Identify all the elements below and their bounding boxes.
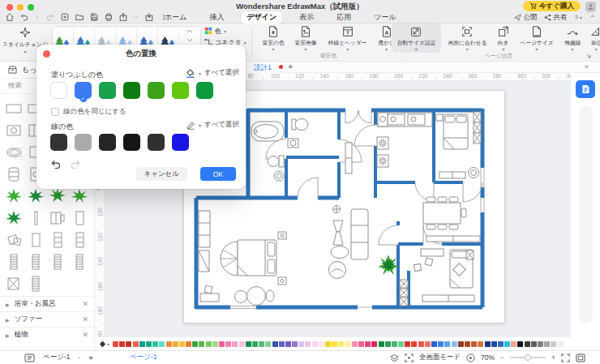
fullscreen-icon[interactable] xyxy=(561,353,570,362)
dialog-color-swatch[interactable] xyxy=(99,134,116,151)
palette-swatch[interactable] xyxy=(438,341,444,347)
palette-swatch[interactable] xyxy=(517,341,523,347)
palette-swatch[interactable] xyxy=(212,341,218,347)
palette-swatch[interactable] xyxy=(551,341,556,347)
ok-button[interactable]: OK xyxy=(200,167,236,181)
shape-item-rect-w[interactable] xyxy=(2,97,24,119)
palette-swatch[interactable] xyxy=(485,341,491,347)
palette-swatch[interactable] xyxy=(405,341,410,347)
add-page-button[interactable]: + xyxy=(88,353,93,362)
shape-item-tall[interactable] xyxy=(46,229,68,251)
export-icon[interactable] xyxy=(118,12,128,24)
palette-swatch[interactable] xyxy=(285,341,291,347)
dialog-color-swatch[interactable] xyxy=(123,82,140,99)
tab-ツール[interactable]: ツール xyxy=(368,11,401,24)
dialog-color-swatch[interactable] xyxy=(172,134,189,151)
shape-item-stripe[interactable] xyxy=(24,272,46,294)
minimize-window-button[interactable] xyxy=(17,4,24,11)
shape-item-stripe[interactable] xyxy=(24,251,46,272)
zoom-slider-knob[interactable] xyxy=(525,354,531,361)
ribbon-button-向き[interactable]: 向き▾ xyxy=(494,24,513,53)
close-icon[interactable]: ✕ xyxy=(82,315,88,323)
play-icon[interactable] xyxy=(466,353,475,362)
close-icon[interactable]: ✕ xyxy=(82,300,88,308)
line-select-all[interactable]: ▾ すべて選択 xyxy=(186,120,239,130)
dialog-color-swatch[interactable] xyxy=(75,134,92,151)
palette-swatch[interactable] xyxy=(558,341,564,347)
tab-ホーム[interactable]: ホーム xyxy=(159,11,192,24)
fit-page-icon[interactable] xyxy=(576,353,585,362)
library-category-植物[interactable]: ▶植物✕ xyxy=(0,327,94,342)
ribbon-button-飛越線[interactable]: 飛越線▾ xyxy=(560,24,585,53)
home-icon[interactable] xyxy=(5,12,15,24)
palette-swatch[interactable] xyxy=(392,341,397,347)
close-icon[interactable]: ✕ xyxy=(82,331,88,339)
dialog-color-swatch[interactable] xyxy=(172,82,189,99)
shape-item-drum[interactable] xyxy=(2,163,24,185)
caret-icon[interactable] xyxy=(133,12,139,24)
dialog-color-swatch[interactable]: ✓ xyxy=(75,82,92,99)
undo-icon[interactable] xyxy=(19,12,29,24)
palette-swatch[interactable] xyxy=(173,341,178,347)
new-icon[interactable] xyxy=(60,12,70,24)
palette-swatch[interactable] xyxy=(338,341,344,347)
palette-swatch[interactable] xyxy=(452,341,457,347)
palette-swatch[interactable] xyxy=(298,341,304,347)
save-icon[interactable] xyxy=(89,12,99,24)
tab-挿入[interactable]: 挿入 xyxy=(204,11,229,24)
shape-item-rect-v[interactable] xyxy=(68,207,90,229)
palette-swatch[interactable] xyxy=(504,341,510,347)
palette-swatch[interactable] xyxy=(146,341,152,347)
import-icon[interactable] xyxy=(144,12,154,24)
ribbon-button-背景の色[interactable]: 背景の色▾ xyxy=(258,24,289,53)
palette-swatch[interactable] xyxy=(491,341,497,347)
collapse-ribbon-button[interactable]: ⌃ xyxy=(589,14,595,22)
palette-swatch[interactable] xyxy=(365,341,371,347)
palette-swatch[interactable] xyxy=(252,341,258,347)
palette-swatch[interactable] xyxy=(371,341,377,347)
shape-item-stripe[interactable] xyxy=(2,251,24,272)
palette-swatch[interactable] xyxy=(531,341,537,347)
tab-応用[interactable]: 応用 xyxy=(331,11,357,24)
ribbon-button-画面に合わせる[interactable]: 画面に合わせる▾ xyxy=(443,24,492,53)
dialog-color-swatch[interactable] xyxy=(50,82,67,99)
redo-icon[interactable] xyxy=(71,160,80,169)
palette-swatch[interactable] xyxy=(345,341,351,347)
palette-swatch[interactable] xyxy=(133,341,139,347)
ribbon-button-単位[interactable]: 単位▾ xyxy=(586,24,600,53)
group-expand-icon[interactable] xyxy=(585,53,592,59)
palette-swatch[interactable] xyxy=(511,341,516,347)
palette-swatch[interactable] xyxy=(186,341,191,347)
palette-swatch[interactable] xyxy=(246,341,251,347)
library-category-ソファー[interactable]: ▶ソファー✕ xyxy=(0,311,94,327)
redo-icon[interactable] xyxy=(45,12,55,24)
palette-swatch[interactable] xyxy=(192,341,198,347)
caret-icon[interactable] xyxy=(34,12,41,24)
remove-page-button[interactable]: - xyxy=(78,353,80,362)
ribbon-button-ページサイズ[interactable]: ページサイズ▾ xyxy=(515,24,559,53)
palette-swatch[interactable] xyxy=(292,341,298,347)
palette-swatch[interactable] xyxy=(398,341,404,347)
palette-swatch[interactable] xyxy=(478,341,483,347)
palette-swatch[interactable] xyxy=(379,341,384,347)
palette-swatch[interactable] xyxy=(319,341,324,347)
palette-swatch[interactable] xyxy=(232,341,238,347)
ribbon-button-自動サイズ設定[interactable]: 自動サイズ設定▾ xyxy=(392,24,441,53)
close-window-button[interactable] xyxy=(6,4,13,11)
palette-swatch[interactable] xyxy=(265,341,271,347)
presentation-mode-icon[interactable] xyxy=(405,353,414,362)
palette-swatch[interactable] xyxy=(279,341,285,347)
palette-swatch[interactable] xyxy=(358,341,364,347)
page-overview-icon[interactable] xyxy=(24,353,35,362)
shape-item-rect-v[interactable] xyxy=(24,229,46,251)
palette-menu-icon[interactable]: ▾ xyxy=(99,340,109,348)
palette-swatch[interactable] xyxy=(305,341,311,347)
palette-swatch[interactable] xyxy=(259,341,264,347)
fill-select-all[interactable]: ▾ すべて選択 xyxy=(186,68,239,78)
dialog-color-swatch[interactable] xyxy=(148,82,165,99)
maximize-window-button[interactable] xyxy=(28,4,34,11)
shape-item-slim[interactable] xyxy=(24,207,46,229)
tab-表示[interactable]: 表示 xyxy=(294,11,319,24)
palette-swatch[interactable] xyxy=(465,341,470,347)
library-category-浴室・お風呂[interactable]: ▶浴室・お風呂✕ xyxy=(0,296,94,311)
